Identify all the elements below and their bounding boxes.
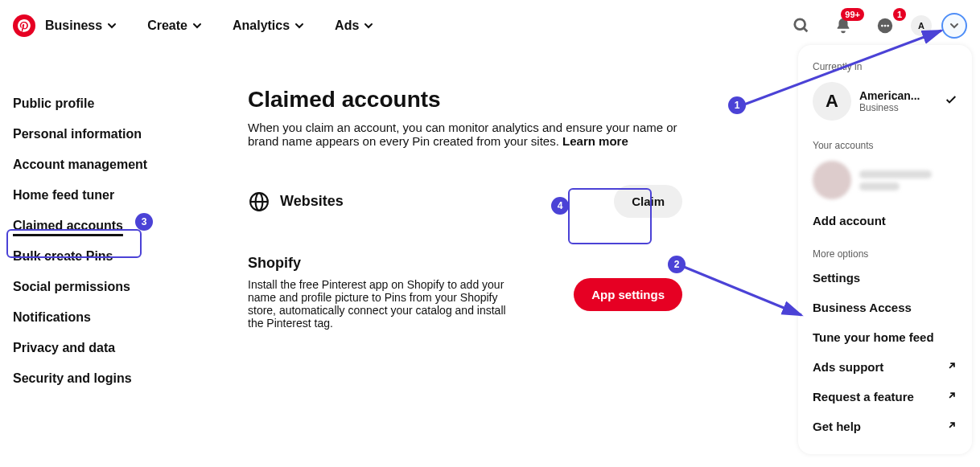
dd-business-access[interactable]: Business Access — [805, 293, 966, 322]
shopify-section: Shopify Install the free Pinterest app o… — [248, 255, 682, 330]
dd-tune-home-feed[interactable]: Tune your home feed — [805, 322, 966, 352]
sidebar-item-social-perms[interactable]: Social permissions — [13, 272, 214, 302]
nav-create[interactable]: Create — [147, 18, 202, 33]
nav-label: Ads — [335, 18, 359, 33]
external-link-icon — [946, 420, 957, 433]
chevron-down-icon — [192, 21, 202, 31]
annotation-arrow-1 — [740, 24, 949, 113]
chevron-down-icon — [364, 21, 373, 31]
page-title: Claimed accounts — [248, 87, 682, 113]
notification-badge: 99+ — [841, 8, 864, 21]
dd-avatar-blurred — [813, 161, 851, 199]
chevron-down-icon — [107, 21, 117, 31]
dd-more-options-label: More options — [805, 245, 966, 263]
nav-label: Business — [45, 18, 102, 33]
nav-label: Analytics — [233, 18, 290, 33]
dd-settings[interactable]: Settings — [805, 263, 966, 293]
external-link-icon — [946, 390, 957, 404]
blurred-text — [859, 182, 900, 190]
chevron-down-icon — [294, 21, 304, 31]
dd-item-label: Settings — [813, 271, 860, 285]
external-link-icon — [946, 360, 957, 374]
sidebar-item-security[interactable]: Security and logins — [13, 363, 214, 394]
annotation-arrow-2 — [682, 264, 811, 328]
annotation-number-4: 4 — [551, 197, 569, 215]
dd-add-account[interactable]: Add account — [805, 206, 966, 236]
sidebar-item-privacy[interactable]: Privacy and data — [13, 333, 214, 363]
shopify-description: Install the free Pinterest app on Shopif… — [248, 278, 521, 330]
dd-get-help[interactable]: Get help — [805, 412, 966, 441]
dd-other-account[interactable] — [805, 154, 966, 206]
sidebar-item-home-feed[interactable]: Home feed tuner — [13, 180, 214, 211]
shopify-title: Shopify — [248, 255, 682, 272]
dd-your-accounts-label: Your accounts — [805, 137, 966, 154]
svg-line-10 — [684, 267, 801, 315]
app-settings-button[interactable]: App settings — [574, 278, 682, 311]
page-description: When you claim an account, you can monit… — [248, 121, 682, 148]
sidebar-item-public-profile[interactable]: Public profile — [13, 88, 214, 119]
sidebar-item-account-mgmt[interactable]: Account management — [13, 150, 214, 180]
websites-label: Websites — [280, 193, 344, 210]
learn-more-link[interactable]: Learn more — [562, 134, 628, 148]
dd-request-feature[interactable]: Request a feature — [805, 382, 966, 412]
svg-line-9 — [744, 31, 941, 104]
annotation-highlight-sidebar — [6, 229, 142, 258]
dd-item-label: Business Access — [813, 301, 912, 314]
nav-business[interactable]: Business — [45, 18, 117, 33]
messages-badge: 1 — [893, 8, 906, 21]
nav-label: Create — [147, 18, 187, 33]
dd-item-label: Request a feature — [813, 390, 914, 404]
annotation-number-1: 1 — [728, 96, 746, 114]
blurred-text — [859, 170, 932, 178]
annotation-number-3: 3 — [135, 213, 153, 231]
sidebar-item-notifications[interactable]: Notifications — [13, 302, 214, 333]
dd-item-label: Ads support — [813, 360, 883, 374]
nav-ads[interactable]: Ads — [335, 18, 373, 33]
dd-item-label: Get help — [813, 420, 861, 433]
globe-icon — [248, 190, 270, 213]
nav-analytics[interactable]: Analytics — [233, 18, 304, 33]
annotation-highlight-claim — [568, 188, 652, 244]
dd-item-label: Tune your home feed — [813, 330, 934, 344]
pinterest-logo-icon[interactable] — [13, 14, 35, 37]
dd-ads-support[interactable]: Ads support — [805, 352, 966, 382]
sidebar-item-personal-info[interactable]: Personal information — [13, 119, 214, 150]
annotation-number-2: 2 — [668, 256, 686, 273]
